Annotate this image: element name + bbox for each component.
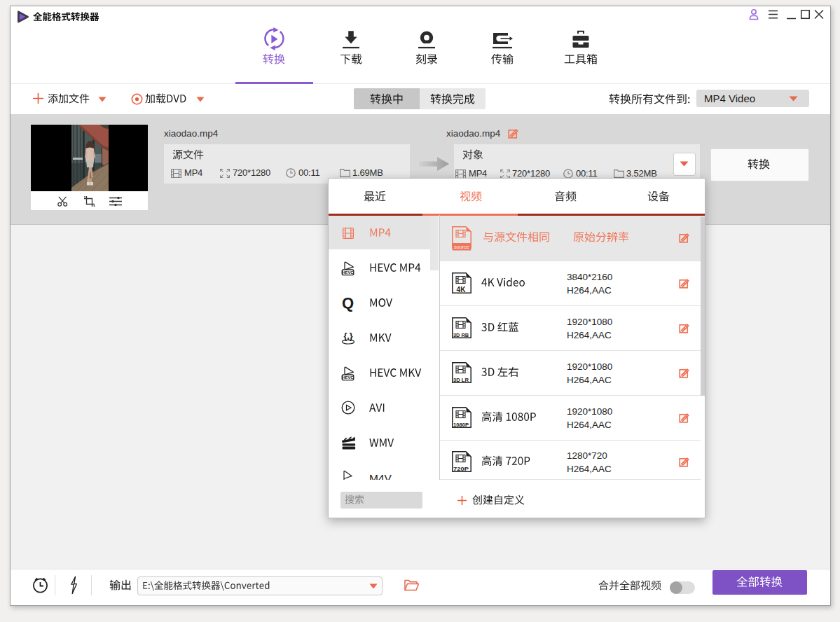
svg-text:720P: 720P (453, 466, 469, 472)
svg-text:3D LR: 3D LR (453, 377, 469, 383)
svg-text:1080P: 1080P (453, 422, 469, 428)
svg-text:HEVC: HEVC (342, 270, 354, 275)
svg-text:HEVC: HEVC (342, 375, 354, 380)
svg-text:4K: 4K (457, 286, 467, 293)
svg-text:{,}: {,} (343, 331, 352, 341)
svg-text:3D RB: 3D RB (453, 332, 469, 338)
svg-text:source: source (454, 244, 469, 250)
